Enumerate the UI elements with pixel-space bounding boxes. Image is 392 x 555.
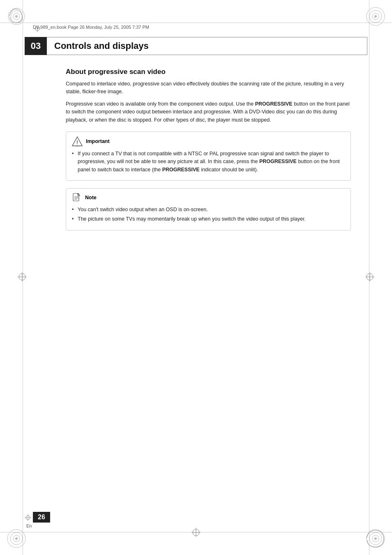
para2-text-before-bold: Progressive scan video is available only…	[66, 101, 255, 107]
corner-decoration-tl	[4, 4, 29, 29]
paragraph-2: Progressive scan video is available only…	[66, 100, 351, 124]
important-bullet1-bold2: PROGRESSIVE	[162, 167, 200, 173]
chapter-title-box: Controls and displays	[47, 37, 367, 55]
important-box: ! Important If you connect a TV that is …	[66, 131, 351, 181]
chapter-header: 03 Controls and displays	[25, 37, 367, 55]
important-header: ! Important	[72, 136, 345, 147]
note-bullet-1: You can't switch video output when an OS…	[72, 206, 345, 214]
corner-decoration-br	[363, 526, 388, 551]
note-label: Note	[85, 195, 97, 200]
svg-rect-31	[73, 193, 79, 201]
reg-mark-right	[365, 272, 374, 283]
note-icon	[72, 193, 82, 203]
svg-point-11	[15, 537, 18, 540]
page-number: 26	[33, 512, 50, 523]
svg-point-3	[15, 15, 18, 18]
main-content: About progressive scan video Compared to…	[66, 68, 351, 238]
section-title: About progressive scan video	[66, 68, 351, 76]
page: DV-989_en.book Page 26 Monday, July 25, …	[0, 0, 392, 555]
note-bullet-2: The picture on some TVs may momentarily …	[72, 215, 345, 223]
reg-mark-page-number	[25, 514, 31, 521]
reg-mark-bottom	[191, 528, 201, 539]
top-border	[0, 23, 392, 23]
important-bullet1-bold1: PROGRESSIVE	[259, 159, 297, 164]
important-bullet1-end: indicator should be unlit).	[200, 167, 258, 173]
corner-decoration-bl	[4, 526, 29, 551]
page-number-area: 26 En	[25, 512, 50, 528]
reg-mark-left	[18, 272, 27, 283]
note-box: Note You can't switch video output when …	[66, 188, 351, 230]
chapter-title: Controls and displays	[54, 41, 149, 51]
page-lang: En	[26, 523, 32, 528]
note-header: Note	[72, 193, 345, 203]
corner-decoration-tr	[363, 4, 388, 29]
paragraph-1: Compared to interlace video, progressive…	[66, 80, 351, 96]
important-label: Important	[86, 138, 110, 144]
svg-point-7	[374, 15, 377, 18]
important-bullet-1: If you connect a TV that is not compatib…	[72, 150, 345, 174]
important-icon: !	[72, 136, 83, 147]
chapter-number: 03	[25, 37, 47, 55]
important-list: If you connect a TV that is not compatib…	[72, 150, 345, 174]
svg-point-15	[374, 537, 377, 540]
file-info: DV-989_en.book Page 26 Monday, July 25, …	[33, 25, 149, 30]
svg-text:!: !	[76, 139, 78, 145]
para2-bold-progressive: PROGRESSIVE	[255, 101, 293, 107]
note-list: You can't switch video output when an OS…	[72, 206, 345, 223]
